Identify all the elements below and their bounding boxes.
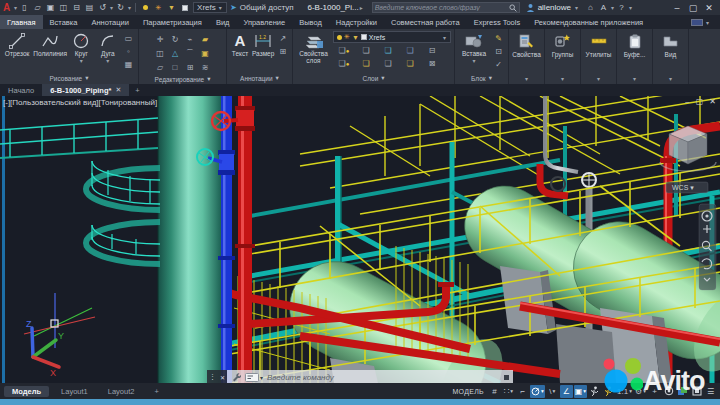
drawing-minimize-icon[interactable]: – (685, 97, 689, 106)
clipboard-expand-icon[interactable]: ▾ (633, 75, 636, 82)
scale-tool-icon[interactable]: □ (168, 60, 183, 74)
viewcube-ucs-menu[interactable]: WCS ▾ (666, 182, 708, 193)
polyline-button[interactable]: Полилиния (33, 31, 67, 57)
new-drawing-tab-button[interactable]: + (129, 84, 145, 96)
share-icon[interactable]: ➤ (227, 1, 240, 14)
utilities-expand-icon[interactable]: ▾ (597, 75, 600, 82)
layer-isolate-icon[interactable]: ❏● (333, 44, 355, 57)
tab-view[interactable]: Вид (209, 15, 237, 29)
window-maximize-button[interactable]: ▢ (686, 3, 700, 13)
tab-insert[interactable]: Вставка (43, 15, 85, 29)
layer-properties-button[interactable]: Свойства слоя (296, 31, 331, 64)
layer-prev-icon[interactable]: ❏ (355, 57, 377, 70)
new-layout-button[interactable]: + (146, 386, 166, 397)
tab-addins[interactable]: Надстройки (329, 15, 384, 29)
command-resize-handle[interactable] (504, 375, 509, 380)
hatch-tool-icon[interactable]: ▦ (122, 58, 135, 70)
help-caret-icon[interactable]: ▾ (629, 4, 632, 11)
layer-current-icon[interactable]: ❏ (377, 57, 399, 70)
snap-mode-icon[interactable]: ⸬▾ (502, 385, 515, 398)
layer-freeze2-icon[interactable]: ❏ (377, 44, 399, 57)
app-store-cart-icon[interactable]: ⌂ (584, 1, 597, 14)
offset-tool-icon[interactable]: ≋ (198, 60, 213, 74)
command-line-grip[interactable]: ⋮ ✕ (207, 370, 227, 383)
table-tool-icon[interactable]: ⊞ (276, 45, 289, 57)
object-snap-tracking-icon[interactable]: ∠ (560, 385, 573, 398)
layer-on-bulb-icon[interactable] (139, 1, 152, 14)
leader-tool-icon[interactable]: ↗ (276, 32, 289, 44)
layer-color-icon[interactable] (361, 34, 367, 40)
line-button[interactable]: Отрезок (3, 31, 31, 57)
array-tool-icon[interactable]: ⊞ (183, 60, 198, 74)
qat-layer-dropdown[interactable]: Xrefs ▾ (193, 2, 227, 13)
tab-output[interactable]: Вывод (292, 15, 329, 29)
navigation-bar[interactable] (699, 204, 716, 290)
tab-annotate[interactable]: Аннотации (84, 15, 136, 29)
dimension-button[interactable]: 1.2 Размер (252, 31, 274, 57)
window-close-button[interactable]: ✕ (702, 3, 716, 13)
file-tab-start[interactable]: Начало (0, 84, 42, 96)
rectangle-tool-icon[interactable]: ▭ (122, 32, 135, 44)
layer-freeze-sun-icon[interactable]: ✳ (152, 1, 165, 14)
text-button[interactable]: A Текст (230, 31, 250, 57)
layer-on-icon[interactable] (337, 35, 342, 40)
layer-thaw-icon[interactable]: ✳ (344, 33, 350, 41)
panel-view[interactable]: Вид ▾ (653, 29, 689, 84)
panel-properties[interactable]: Свойства ▾ (509, 29, 545, 84)
object-snap-icon[interactable]: ▣▾ (574, 385, 587, 398)
drawing-canvas[interactable]: [-][Пользовательский вид][Тонированный] … (0, 96, 720, 383)
help-search-input[interactable] (375, 4, 509, 11)
layout-tab-layout1[interactable]: Layout1 (53, 386, 96, 397)
tab-home[interactable]: Главная (0, 15, 43, 29)
layout-tab-model[interactable]: Модель (4, 386, 49, 397)
signed-in-user[interactable]: allenlowe ▾ (526, 3, 579, 12)
model-space-label[interactable]: МОДЕЛЬ (452, 388, 484, 395)
panel-groups[interactable]: Группы ▾ (545, 29, 581, 84)
mirror-tool-icon[interactable]: △ (168, 46, 183, 60)
layer-unisolate-icon[interactable]: ❏ (355, 44, 377, 57)
layer-color-swatch[interactable] (178, 1, 191, 14)
layout-tab-layout2[interactable]: Layout2 (100, 386, 143, 397)
arc-button[interactable]: Дуга ▾ (96, 31, 120, 64)
file-tab-drawing[interactable]: 6-B-1000_Piping* ✕ (42, 84, 129, 96)
app-logo-icon[interactable]: A (0, 1, 13, 14)
grid-display-icon[interactable]: # (488, 385, 501, 398)
command-line[interactable]: ⋮ ✕ ▾ (207, 370, 513, 383)
explode-tool-icon[interactable]: ▣ (198, 46, 213, 60)
tab-featured-apps[interactable]: Рекомендованные приложения (527, 15, 650, 29)
rotate-tool-icon[interactable]: ↻ (168, 32, 183, 46)
tab-express-tools[interactable]: Express Tools (467, 15, 528, 29)
drawing-restore-icon[interactable]: ▢ (696, 97, 704, 106)
layer-dropdown[interactable]: ✳ ▼ Xrefs ▾ (333, 31, 451, 43)
layer-unlock-icon[interactable]: ▼ (352, 34, 359, 41)
save-icon[interactable]: ▣ (44, 1, 57, 14)
grip-dots-icon[interactable]: ⋮ (209, 373, 216, 381)
undo-caret-icon[interactable]: ▾ (110, 4, 113, 11)
block-attr-icon[interactable]: ✓ (492, 58, 505, 70)
file-tab-close-icon[interactable]: ✕ (115, 86, 121, 94)
window-minimize-button[interactable]: – (670, 3, 684, 13)
circle-button[interactable]: Круг ▾ (69, 31, 93, 64)
print-icon[interactable]: ▤ (83, 1, 96, 14)
trim-tool-icon[interactable]: ⌁ (183, 32, 198, 46)
ortho-mode-icon[interactable]: ⌐ (516, 385, 529, 398)
app-menu-caret-icon[interactable]: ▾ (14, 4, 17, 11)
layer-lock2-icon[interactable]: ❏ (399, 57, 421, 70)
block-create-icon[interactable]: ⊡ (492, 45, 505, 57)
panel-clipboard[interactable]: Буфе... ▾ (617, 29, 653, 84)
command-input[interactable] (267, 373, 500, 382)
move-tool-icon[interactable]: ✛ (153, 32, 168, 46)
panel-title-layers[interactable]: Слои▾ (293, 72, 454, 84)
help-icon[interactable]: ? (615, 1, 628, 14)
viewport-controls-label[interactable]: [-][Пользовательский вид][Тонированный] (3, 98, 157, 107)
redo-icon[interactable]: ↻ (114, 1, 127, 14)
panel-title-modify[interactable]: Редактирование▾ (139, 74, 226, 84)
layer-lock-icon[interactable]: ▼ (165, 1, 178, 14)
fillet-tool-icon[interactable]: ⌒ (183, 46, 198, 60)
tab-collaborate[interactable]: Совместная работа (384, 15, 467, 29)
tab-manage[interactable]: Управление (236, 15, 292, 29)
plot-icon[interactable]: ⊟ (70, 1, 83, 14)
copy-tool-icon[interactable]: ◫ (153, 46, 168, 60)
panel-title-draw[interactable]: Рисование▾ (0, 72, 138, 84)
ribbon-options-icon[interactable]: ▾ (691, 15, 720, 29)
